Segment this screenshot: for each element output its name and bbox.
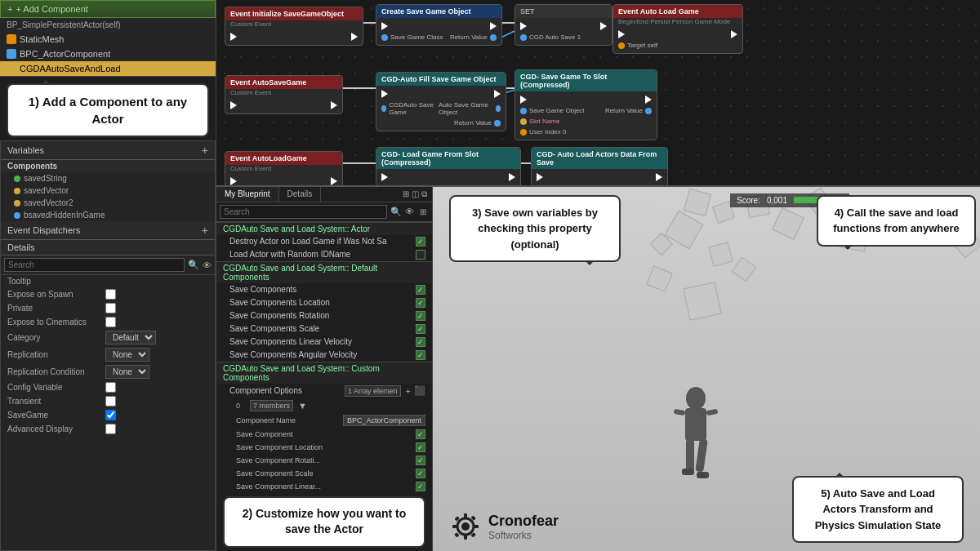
var-item-savedstring[interactable]: savedString bbox=[1, 172, 215, 184]
save-location-checkbox[interactable]: ✓ bbox=[416, 298, 425, 308]
bp-node-loadactors-header: CGD- Auto Load Actors Data From Save bbox=[532, 148, 667, 169]
bp-node-loadslot-body: CGDAuto Save Game Save Game Object Retur… bbox=[376, 169, 520, 187]
expose-cin-label: Expose to Cinematics bbox=[7, 318, 105, 327]
array-menu-icon[interactable]: ⬛ bbox=[414, 385, 425, 396]
bp-node-fill-save[interactable]: CGD-Auto Fill Save Game Object CGDAuto S… bbox=[376, 72, 506, 131]
save-comp-loc-cb[interactable]: ✓ bbox=[416, 442, 425, 452]
auto-load-exec-out bbox=[731, 30, 737, 38]
component-item-self[interactable]: BP_SimplePersistentActor(self) bbox=[0, 18, 216, 32]
bp-node-auto-load[interactable]: Event Auto Load Game Begin/End Persist P… bbox=[612, 4, 743, 54]
replication-select[interactable]: None bbox=[105, 348, 149, 362]
bp-node-set[interactable]: SET CGD Auto Save 1 bbox=[514, 4, 612, 46]
blueprint-search-input[interactable] bbox=[220, 205, 387, 219]
callout-1-text: 1) Add a Component to any Actor bbox=[29, 95, 187, 126]
callout-5: 5) Auto Save and Load Actors Transform a… bbox=[792, 476, 964, 544]
bp-node-init-sub: Custom Event bbox=[225, 20, 363, 29]
save-components-checkbox[interactable]: ✓ bbox=[416, 285, 425, 295]
load-random-checkbox[interactable] bbox=[416, 250, 425, 260]
savegame-checkbox[interactable] bbox=[105, 410, 116, 420]
advanced-checkbox[interactable] bbox=[105, 424, 116, 434]
prop-save-location: Save Components Location ✓ bbox=[216, 296, 432, 309]
save-comp-linear-cb[interactable]: ✓ bbox=[416, 482, 425, 491]
bp-pin-init-out bbox=[230, 32, 358, 42]
config-checkbox[interactable] bbox=[105, 382, 116, 393]
bp-node-init-savegame[interactable]: Event Initialize SaveGameObject Custom E… bbox=[225, 7, 363, 46]
svg-rect-11 bbox=[673, 409, 685, 415]
set-exec-out bbox=[600, 22, 607, 30]
replication-label: Replication bbox=[7, 350, 105, 359]
blueprint-area: Event Initialize SaveGameObject Custom E… bbox=[216, 0, 980, 187]
prop-save-rotation: Save Components Rotation ✓ bbox=[216, 309, 432, 322]
logo-sub-text: Softworks bbox=[488, 530, 559, 541]
prop-save-angular: Save Components Angular Velocity ✓ bbox=[216, 349, 432, 362]
custom-section-header: CGDAuto Save and Load System:: Custom Co… bbox=[216, 362, 432, 384]
tab-details[interactable]: Details bbox=[279, 187, 322, 202]
sub-item-save-component: Save Component ✓ bbox=[216, 428, 432, 441]
save-comp-scale-cb[interactable]: ✓ bbox=[416, 469, 425, 478]
bp-node-save-slot[interactable]: CGD- Save Game To Slot (Compressed) Save… bbox=[514, 69, 657, 140]
bp-node-autoload-event[interactable]: Event AutoLoadGame Custom Event bbox=[225, 151, 343, 187]
category-select[interactable]: Default bbox=[105, 331, 156, 344]
set-exec-in bbox=[520, 22, 527, 30]
details-search-input[interactable] bbox=[4, 258, 185, 272]
expose-spawn-checkbox[interactable] bbox=[105, 289, 116, 300]
tab-myblueprint[interactable]: My Blueprint bbox=[216, 187, 279, 202]
member-collapse[interactable]: ▼ bbox=[298, 401, 307, 411]
bp-node-create-body: Save Game Class Return Value bbox=[376, 18, 501, 45]
event-dispatchers-add-btn[interactable]: + bbox=[202, 224, 208, 237]
var-item-bsavedhidden[interactable]: bsavedHiddenInGame bbox=[1, 209, 215, 221]
var-item-savedvector2[interactable]: savedVector2 bbox=[1, 197, 215, 209]
bp-search-icon: 🔍 bbox=[390, 207, 402, 217]
svg-rect-15 bbox=[682, 469, 694, 475]
bp-node-set-header: SET bbox=[515, 5, 612, 18]
prop-load-random-id: Load Actor with Random IDName bbox=[216, 248, 432, 261]
rep-condition-select[interactable]: None bbox=[105, 365, 149, 379]
save-comp-rot-cb[interactable]: ✓ bbox=[416, 455, 425, 465]
cgd-auto-dot bbox=[520, 34, 527, 41]
bp-node-saveslot-header: CGD- Save Game To Slot (Compressed) bbox=[515, 70, 657, 91]
details-search-row: 🔍 👁 bbox=[1, 256, 215, 275]
expose-spawn-label: Expose on Spawn bbox=[7, 290, 105, 299]
bp-node-create-save[interactable]: Create Save Game Object Save Game Class bbox=[376, 4, 502, 46]
private-checkbox[interactable] bbox=[105, 303, 116, 313]
prop-save-linear: Save Components Linear Velocity ✓ bbox=[216, 335, 432, 349]
component-name-value: BPC_ActorComponent bbox=[343, 415, 425, 426]
svg-rect-14 bbox=[695, 438, 707, 472]
svg-rect-16 bbox=[697, 472, 709, 478]
add-array-icon[interactable]: + bbox=[406, 386, 411, 396]
logo-text: Cronofear Softworks bbox=[488, 513, 559, 541]
save-linear-checkbox[interactable]: ✓ bbox=[416, 337, 425, 347]
save-component-cb[interactable]: ✓ bbox=[416, 429, 425, 439]
bp-node-loadactors-body: Save Game Object Return Value bbox=[532, 169, 667, 187]
var-item-savedvector[interactable]: savedVector bbox=[1, 184, 215, 197]
score-label: Score: bbox=[737, 196, 760, 205]
transient-checkbox[interactable] bbox=[105, 396, 116, 407]
add-component-button[interactable]: + + Add Component bbox=[0, 0, 216, 18]
component-item-bpc[interactable]: BPC_ActorComponent bbox=[0, 47, 216, 61]
rep-condition-label: Replication Condition bbox=[7, 367, 105, 376]
variables-add-btn[interactable]: + bbox=[202, 144, 208, 157]
save-scale-checkbox[interactable]: ✓ bbox=[416, 324, 425, 334]
destroy-actor-checkbox[interactable]: ✓ bbox=[416, 237, 425, 247]
details-row-replication: Replication None bbox=[1, 346, 215, 363]
save-rotation-checkbox[interactable]: ✓ bbox=[416, 311, 425, 321]
bp-pin-right bbox=[351, 33, 358, 41]
svg-rect-21 bbox=[452, 525, 457, 528]
component-item-staticmesh[interactable]: StaticMesh bbox=[0, 32, 216, 47]
staticmesh-label: StaticMesh bbox=[20, 34, 64, 44]
event-dispatchers-header: Event Dispatchers + bbox=[1, 221, 215, 240]
expose-cin-checkbox[interactable] bbox=[105, 317, 116, 327]
bp-node-load-slot[interactable]: CGD- Load Game From Slot (Compressed) CG… bbox=[376, 147, 521, 187]
variables-title: Variables bbox=[7, 145, 44, 155]
bp-eye-icon: 👁 bbox=[405, 207, 414, 216]
component-item-cgd[interactable]: CGDAAutoSaveAndLoad bbox=[0, 61, 216, 76]
default-section-header: CGDAuto Save and Load System:: Default C… bbox=[216, 261, 432, 283]
self-label: BP_SimplePersistentActor(self) bbox=[7, 20, 121, 29]
sub-item-component-name: Component Name BPC_ActorComponent bbox=[216, 413, 432, 428]
bp-menu-icon: ⊞ bbox=[417, 207, 429, 216]
save-angular-checkbox[interactable]: ✓ bbox=[416, 350, 425, 360]
bp-node-load-actors[interactable]: CGD- Auto Load Actors Data From Save Sav… bbox=[531, 147, 668, 187]
bp-node-auto-save-event[interactable]: Event AutoSaveGame Custom Event bbox=[225, 75, 343, 114]
prop-save-scale: Save Components Scale ✓ bbox=[216, 322, 432, 335]
saveslot-exec-in bbox=[520, 96, 527, 104]
